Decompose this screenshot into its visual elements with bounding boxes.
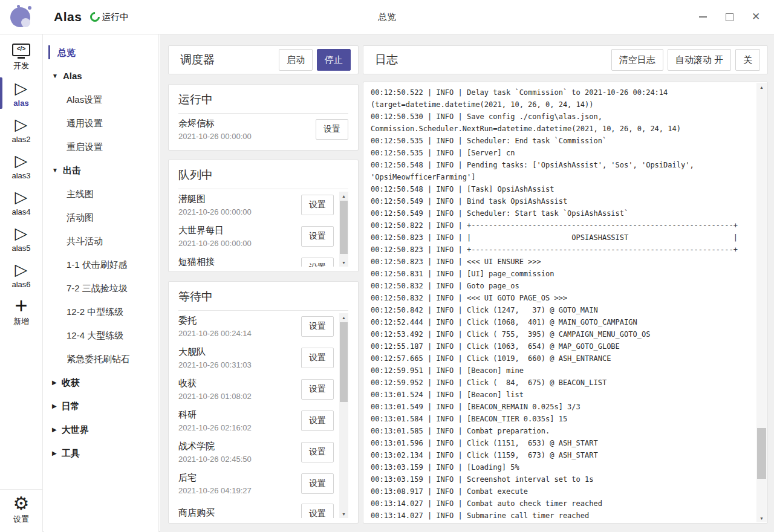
minimize-button[interactable] <box>689 4 716 30</box>
menu-item-label: 通用设置 <box>67 118 103 128</box>
running-title: 运行中 <box>178 92 348 114</box>
log-line: 00:12:55.187 | INFO | Click (1063, 654) … <box>371 340 749 352</box>
menu-item[interactable]: ▶收获 <box>44 371 158 394</box>
task-setting-button[interactable]: 设置 <box>301 379 334 400</box>
scroll-up-icon[interactable] <box>339 192 348 200</box>
task-row: 收获 2021-10-26 01:08:02 设置 <box>178 374 334 405</box>
menu-item-label: 大世界 <box>62 424 89 435</box>
scroll-down-icon[interactable] <box>756 514 767 522</box>
iconbar-item[interactable]: alas2 <box>0 111 42 148</box>
iconbar-item[interactable]: alas6 <box>0 256 42 293</box>
scroll-up-icon[interactable] <box>756 83 767 91</box>
play-icon <box>15 79 28 97</box>
task-row: 短猫相接 2021-10-26 00:00:00 设置 <box>178 252 334 267</box>
menu-item[interactable]: ▶日常 <box>44 394 158 418</box>
menu-item-label: 总览 <box>57 47 76 57</box>
iconbar-item[interactable]: 新增 <box>0 293 42 331</box>
iconbar-item[interactable]: alas3 <box>0 148 42 184</box>
task-setting-button[interactable]: 设置 <box>301 226 334 247</box>
task-row: 科研 2021-10-26 02:16:02 设置 <box>178 405 334 436</box>
scrollbar-thumb[interactable] <box>340 201 348 254</box>
menu-item[interactable]: 通用设置 <box>44 111 158 135</box>
menu-item[interactable]: ▶大世界 <box>44 418 158 441</box>
iconbar-item[interactable]: alas <box>0 75 42 111</box>
menu-item[interactable]: 总览 <box>44 41 158 64</box>
autoscroll-off-button[interactable]: 关 <box>735 49 760 71</box>
log-header-card: 日志 清空日志 自动滚动 开 关 <box>363 45 768 74</box>
task-time: 2021-10-26 00:24:14 <box>178 329 301 338</box>
log-line: 00:13:14.027 | INFO | Submarine call tim… <box>371 510 749 522</box>
menu-item[interactable]: 共斗活动 <box>44 229 158 253</box>
log-line: 00:12:59.951 | INFO | [Beacon] mine <box>371 365 749 377</box>
settings-button[interactable]: 设置 <box>0 489 42 532</box>
menu-item[interactable]: 7-2 三战捡垃圾 <box>44 276 158 300</box>
task-name: 商店购买 <box>178 507 301 518</box>
scroll-down-icon[interactable] <box>339 510 348 518</box>
menu-item[interactable]: 主线图 <box>44 182 158 206</box>
task-setting-button[interactable]: 设置 <box>301 504 334 518</box>
log-line: 00:13:01.549 | INFO | [BEACON_REMAIN 0.0… <box>371 401 749 413</box>
menu-item[interactable]: 1-1 伏击刷好感 <box>44 253 158 276</box>
menu-item[interactable]: 12-4 大型练级 <box>44 323 158 347</box>
menu-item[interactable]: 紧急委托刷钻石 <box>44 347 158 371</box>
close-button[interactable] <box>743 4 769 30</box>
log-line: 00:13:01.596 | INFO | Click (1151, 653) … <box>371 437 749 449</box>
iconbar-items: 开发 alas alas2 alas3 <box>0 38 42 331</box>
log-line: 00:13:03.159 | INFO | Screenshot interva… <box>371 473 749 485</box>
task-setting-button[interactable]: 设置 <box>301 316 334 337</box>
log-line: 00:12:50.548 | INFO | Pending tasks: ['O… <box>371 159 749 183</box>
scrollbar-thumb[interactable] <box>757 428 766 479</box>
iconbar-item[interactable]: alas5 <box>0 220 42 256</box>
waiting-list: 委托 2021-10-26 00:24:14 设置 大舰队 2021-10-26… <box>178 311 348 518</box>
task-name: 大舰队 <box>178 346 301 357</box>
task-time: 2021-10-26 00:00:00 <box>178 239 301 248</box>
task-setting-button[interactable]: 设置 <box>316 119 348 140</box>
menu-item-label: 12-4 大型练级 <box>67 330 123 340</box>
running-card: 运行中 余烬信标 2021-10-26 00:00:00 设置 <box>168 84 359 151</box>
log-line: 00:12:50.822 | INFO | +-----------------… <box>371 219 749 232</box>
task-name: 大世界每日 <box>178 225 301 236</box>
menu-items: 总览 ▼Alas Alas设置 通用设置 重启设置 <box>44 41 158 465</box>
start-button[interactable]: 启动 <box>279 49 313 71</box>
log-line: 00:12:50.823 | INFO | +-----------------… <box>371 244 749 256</box>
task-time: 2021-10-26 00:00:00 <box>178 132 316 141</box>
log-line: 00:13:01.524 | INFO | [Beacon] list <box>371 389 749 401</box>
menu-item[interactable]: ▼出击 <box>44 158 158 182</box>
main-content: 调度器 启动 停止 运行中 余烬信标 2021-10-26 00:00:00 <box>160 34 774 532</box>
menu-item[interactable]: 12-2 中型练级 <box>44 300 158 323</box>
scrollbar-thumb[interactable] <box>340 322 348 402</box>
log-scrollbar[interactable] <box>756 83 767 522</box>
waiting-scrollbar[interactable] <box>339 313 348 518</box>
maximize-button[interactable] <box>716 4 743 30</box>
log-line: 00:12:53.492 | INFO | Click ( 755, 395) … <box>371 328 749 340</box>
task-setting-button[interactable]: 设置 <box>301 258 334 267</box>
menu-item[interactable]: ▼Alas <box>44 64 158 88</box>
task-setting-button[interactable]: 设置 <box>301 442 334 462</box>
scheduler-column: 调度器 启动 停止 运行中 余烬信标 2021-10-26 00:00:00 <box>168 45 359 524</box>
task-setting-button[interactable]: 设置 <box>301 195 334 215</box>
iconbar-item[interactable]: alas4 <box>0 184 42 220</box>
iconbar-item-label: 开发 <box>13 60 29 71</box>
menu-item[interactable]: ▶工具 <box>44 441 158 465</box>
window-controls <box>689 4 769 30</box>
autoscroll-on-button[interactable]: 自动滚动 开 <box>668 49 731 71</box>
iconbar-item-label: alas <box>13 99 28 108</box>
menu-item-label: 7-2 三战捡垃圾 <box>67 283 128 293</box>
task-setting-button[interactable]: 设置 <box>301 348 334 368</box>
scroll-up-icon[interactable] <box>339 313 348 322</box>
app-window: Alas 运行中 总览 开发 alas <box>0 0 774 532</box>
stop-button[interactable]: 停止 <box>317 49 351 71</box>
scroll-down-icon[interactable] <box>339 258 348 267</box>
clear-log-button[interactable]: 清空日志 <box>611 49 663 71</box>
menu-item[interactable]: Alas设置 <box>44 88 158 111</box>
task-setting-button[interactable]: 设置 <box>301 473 334 494</box>
waiting-title: 等待中 <box>178 289 348 311</box>
menu-item[interactable]: 重启设置 <box>44 135 158 158</box>
pending-scrollbar[interactable] <box>339 192 348 267</box>
menu-item[interactable]: 活动图 <box>44 206 158 229</box>
log-line: 00:12:50.832 | INFO | <<< UI GOTO PAGE_O… <box>371 292 749 304</box>
task-row: 商店购买 设置 <box>178 499 334 518</box>
app-title: Alas <box>54 10 82 24</box>
iconbar-item[interactable]: 开发 <box>0 38 42 75</box>
task-setting-button[interactable]: 设置 <box>301 410 334 431</box>
